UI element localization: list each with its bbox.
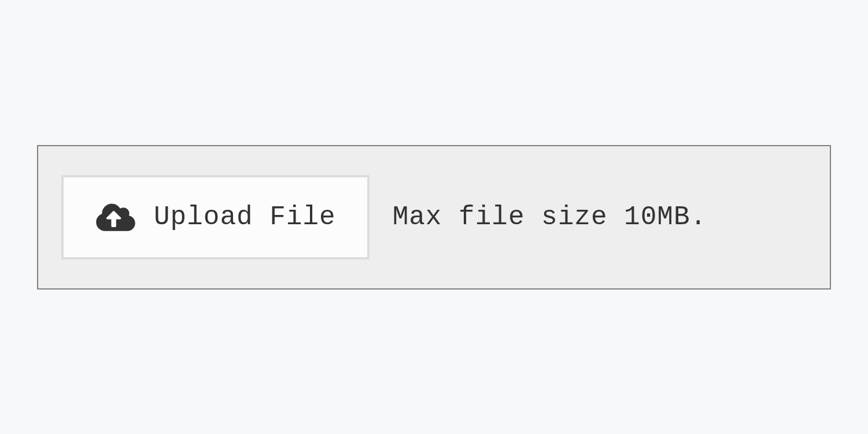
file-size-hint: Max file size 10MB.	[393, 202, 707, 232]
upload-file-button[interactable]: Upload File	[61, 175, 370, 259]
file-upload-panel: Upload File Max file size 10MB.	[37, 145, 831, 290]
cloud-upload-icon	[95, 202, 136, 233]
upload-button-label: Upload File	[154, 202, 336, 232]
